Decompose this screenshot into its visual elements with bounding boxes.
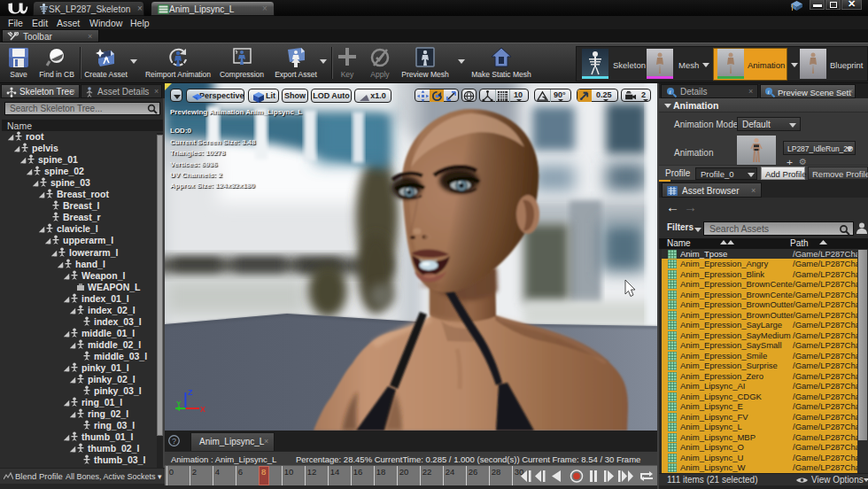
svg-text:?: ? (172, 437, 176, 446)
svg-text:i: i (767, 89, 769, 96)
svg-text:i: i (669, 89, 670, 96)
svg-text:X: X (200, 405, 205, 414)
svg-text:Y: Y (176, 400, 182, 408)
svg-text:Z: Z (188, 388, 193, 397)
